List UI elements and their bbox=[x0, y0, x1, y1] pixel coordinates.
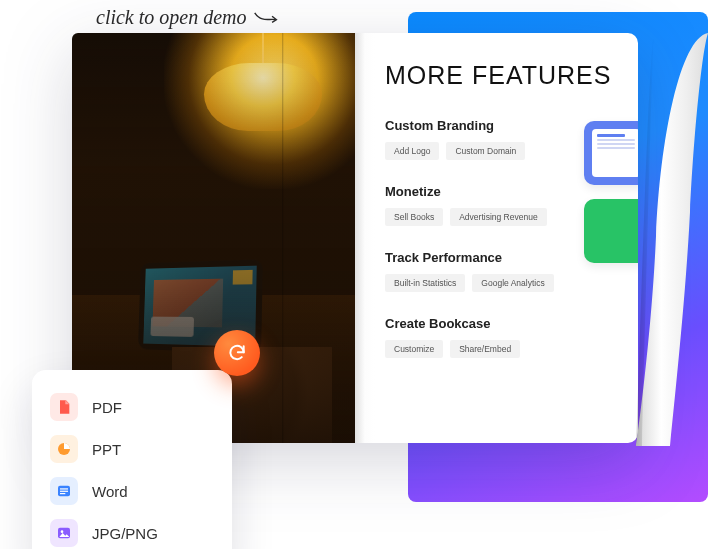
page-title: MORE FEATURES bbox=[385, 61, 612, 90]
feature-heading: Create Bookcase bbox=[385, 316, 612, 331]
refresh-icon bbox=[227, 343, 247, 363]
format-row[interactable]: JPG/PNG bbox=[50, 512, 214, 549]
format-label: PPT bbox=[92, 441, 121, 458]
feature-tag[interactable]: Advertising Revenue bbox=[450, 208, 546, 226]
feature-cards bbox=[584, 121, 638, 263]
feature-section: Track PerformanceBuilt-in StatisticsGoog… bbox=[385, 250, 612, 292]
feature-heading: Custom Branding bbox=[385, 118, 612, 133]
feature-section: Custom BrandingAdd LogoCustom Domain bbox=[385, 118, 612, 160]
arrow-icon bbox=[253, 9, 279, 27]
feature-tag[interactable]: Add Logo bbox=[385, 142, 439, 160]
feature-card-monetize bbox=[584, 199, 638, 263]
image-icon bbox=[50, 519, 78, 547]
feature-tag[interactable]: Custom Domain bbox=[446, 142, 525, 160]
demo-hint-text: click to open demo bbox=[96, 6, 247, 29]
feature-card-branding bbox=[584, 121, 638, 185]
feature-tag[interactable]: Customize bbox=[385, 340, 443, 358]
format-row[interactable]: PPT bbox=[50, 428, 214, 470]
feature-tag[interactable]: Built-in Statistics bbox=[385, 274, 465, 292]
feature-heading: Monetize bbox=[385, 184, 612, 199]
feature-tag[interactable]: Google Analytics bbox=[472, 274, 553, 292]
feature-tag[interactable]: Sell Books bbox=[385, 208, 443, 226]
demo-hint: click to open demo bbox=[96, 6, 279, 29]
format-card: PDFPPTWordJPG/PNG bbox=[32, 370, 232, 549]
ppt-icon bbox=[50, 435, 78, 463]
format-label: JPG/PNG bbox=[92, 525, 158, 542]
flipbook-spine bbox=[282, 33, 284, 443]
feature-section: Create BookcaseCustomizeShare/Embed bbox=[385, 316, 612, 358]
format-row[interactable]: PDF bbox=[50, 386, 214, 428]
refresh-button[interactable] bbox=[214, 330, 260, 376]
feature-tag[interactable]: Share/Embed bbox=[450, 340, 520, 358]
pdf-icon bbox=[50, 393, 78, 421]
format-label: PDF bbox=[92, 399, 122, 416]
feature-heading: Track Performance bbox=[385, 250, 612, 265]
format-row[interactable]: Word bbox=[50, 470, 214, 512]
format-label: Word bbox=[92, 483, 128, 500]
flipbook-right-page[interactable]: MORE FEATURES Custom BrandingAdd LogoCus… bbox=[355, 33, 638, 443]
word-icon bbox=[50, 477, 78, 505]
feature-section: MonetizeSell BooksAdvertising Revenue bbox=[385, 184, 612, 226]
